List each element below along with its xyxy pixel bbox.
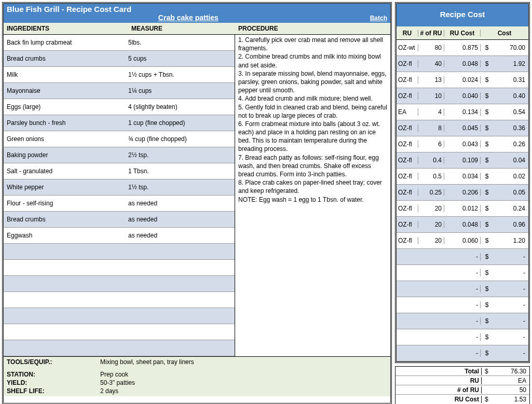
cost-ru: OZ-fl xyxy=(397,92,418,100)
dollar-sign: $ xyxy=(484,237,490,244)
cost-ru-cost: 0.875 xyxy=(444,44,481,51)
cost-ru: OZ-wt xyxy=(397,44,418,51)
station-value: Prep cook xyxy=(100,371,387,378)
ingredient-name: Bread crumbs xyxy=(7,55,128,62)
ingredient-name: Mayonnaise xyxy=(7,87,128,94)
cost-row: OZ-wt800.875$70.00 xyxy=(397,40,528,56)
ingredient-row xyxy=(4,292,235,308)
cost-row: OZ-fl0.250.206$0.05 xyxy=(397,185,528,201)
dollar-sign: $ xyxy=(484,189,490,196)
cost-row: OZ-fl100.040$0.40 xyxy=(397,88,528,104)
dollar-sign: $ xyxy=(484,301,490,309)
header-procedure: PROCEDURE xyxy=(238,25,387,32)
dollar-sign: $ xyxy=(484,350,490,357)
ingredient-name: Green onions xyxy=(7,135,128,143)
cost-num-ru: 40 xyxy=(418,60,444,67)
cost-num-ru: 0.5 xyxy=(418,173,444,180)
cost-row: EA40.134$0.54 xyxy=(397,104,528,120)
summary-block: Total $76.30 RU EA # of RU 50 RU Cost $1… xyxy=(395,366,530,404)
cost-value: 0.24 xyxy=(490,205,525,212)
cost-row: OZ-fl0.50.034$0.02 xyxy=(397,169,528,185)
ingredient-row xyxy=(4,260,235,276)
cost-ru: OZ-fl xyxy=(397,173,418,180)
title-bar: Blue Fish Grill - Recipe Cost Card Crab … xyxy=(4,4,390,23)
dollar-sign: $ xyxy=(484,333,490,341)
cost-num-ru: 0.4 xyxy=(418,157,444,164)
cost-row: OZ-fl200.012$0.24 xyxy=(397,201,528,217)
header-cost: Cost xyxy=(481,30,528,37)
cost-value: 0.05 xyxy=(490,189,525,196)
cost-value: 0.36 xyxy=(490,124,525,132)
left-column-headers: INGREDIENTS MEASURE PROCEDURE xyxy=(4,23,390,35)
cost-column: OZ-wt800.875$70.00OZ-fl400.048$1.92OZ-fl… xyxy=(397,40,528,361)
cost-ru-cost: - xyxy=(444,285,481,292)
cost-ru-cost: - xyxy=(444,269,481,276)
cost-value: - xyxy=(490,285,525,292)
header-measure: MEASURE xyxy=(131,25,238,32)
cost-value: 0.40 xyxy=(490,92,525,100)
ingredient-measure: 1 Tbsn. xyxy=(128,168,231,175)
ingredient-name: Milk xyxy=(7,71,128,78)
tools-label: TOOLS/EQUIP.: xyxy=(7,358,100,366)
cost-row: -$- xyxy=(397,249,528,265)
cost-row: -$- xyxy=(397,329,528,345)
cost-ru-cost: 0.134 xyxy=(444,108,481,116)
ingredient-measure: 1½ cups + Tbsn. xyxy=(128,71,231,78)
ingredient-name: Flour - self-rising xyxy=(7,200,128,207)
ingredient-row xyxy=(4,324,235,340)
cost-ru-cost: 0.040 xyxy=(444,92,481,100)
cost-ru-cost: 0.024 xyxy=(444,76,481,83)
cost-value: 0.54 xyxy=(490,108,525,116)
ingredient-measure: 4 (slightly beaten) xyxy=(128,103,231,110)
cost-row: OZ-fl130.024$0.31 xyxy=(397,72,528,88)
cost-ru-cost: 0.034 xyxy=(444,173,481,180)
cost-value: 0.31 xyxy=(490,76,525,83)
ingredient-row: Milk1½ cups + Tbsn. xyxy=(4,67,235,83)
cost-row: -$- xyxy=(397,265,528,281)
station-label: STATION: xyxy=(7,371,100,378)
ingredient-name: Eggwash xyxy=(7,232,128,239)
recipe-name: Crab cake patties xyxy=(7,13,370,22)
dollar-sign: $ xyxy=(484,269,490,276)
ingredients-column: Back fin lump crabmeat5lbs.Bread crumbs5… xyxy=(4,35,235,356)
recipe-card-panel: Blue Fish Grill - Recipe Cost Card Crab … xyxy=(2,2,392,404)
cost-num-ru: 80 xyxy=(418,44,444,51)
cost-num-ru: 0.25 xyxy=(418,189,444,196)
cost-value: 70.00 xyxy=(490,44,525,51)
ingredient-name: Salt - granulated xyxy=(7,168,128,175)
ingredient-row: Green onions¾ cup (fine chopped) xyxy=(4,131,235,147)
cost-ru: OZ-fl xyxy=(397,157,418,164)
cost-row: -$- xyxy=(397,313,528,329)
cost-value: 0.26 xyxy=(490,141,525,148)
header-ru: RU xyxy=(397,30,418,37)
ingredient-name: Back fin lump crabmeat xyxy=(7,39,128,46)
cost-row: OZ-fl80.045$0.36 xyxy=(397,120,528,136)
cost-ru: OZ-fl xyxy=(397,76,418,83)
header-ru-cost: RU Cost xyxy=(444,30,481,37)
ingredient-measure: 5 cups xyxy=(128,55,231,62)
dollar-sign: $ xyxy=(485,396,491,403)
ingredient-name: White pepper xyxy=(7,184,128,191)
cost-panel-wrapper: Recipe Cost RU # of RU RU Cost Cost OZ-w… xyxy=(395,2,530,404)
ingredient-row: Parsley bunch - fresh1 cup (fine chopped… xyxy=(4,115,235,131)
ingredient-row: Back fin lump crabmeat5lbs. xyxy=(4,35,235,51)
ingredient-row: Eggwashas needed xyxy=(4,228,235,244)
yield-value: 50-3" patties xyxy=(100,379,387,386)
ingredient-row xyxy=(4,340,235,356)
ingredient-row: Eggs (large)4 (slightly beaten) xyxy=(4,99,235,115)
cost-ru: OZ-fl xyxy=(397,237,418,244)
cost-ru-cost: - xyxy=(444,350,481,357)
ingredient-row: Mayonnaise1¼ cups xyxy=(4,83,235,99)
dollar-sign: $ xyxy=(484,76,490,83)
summary-ru-label: RU xyxy=(395,377,482,384)
dollar-sign: $ xyxy=(484,205,490,212)
cost-value: - xyxy=(490,333,525,341)
cost-ru-cost: 0.045 xyxy=(444,124,481,132)
batch-label: Batch xyxy=(370,15,387,22)
dollar-sign: $ xyxy=(484,44,490,51)
ingredient-measure: as needed xyxy=(128,232,231,239)
cost-num-ru: 20 xyxy=(418,237,444,244)
ingredient-row: Bread crumbsas needed xyxy=(4,212,235,228)
ingredient-measure: 5lbs. xyxy=(128,39,231,46)
ingredient-measure: as needed xyxy=(128,200,231,207)
